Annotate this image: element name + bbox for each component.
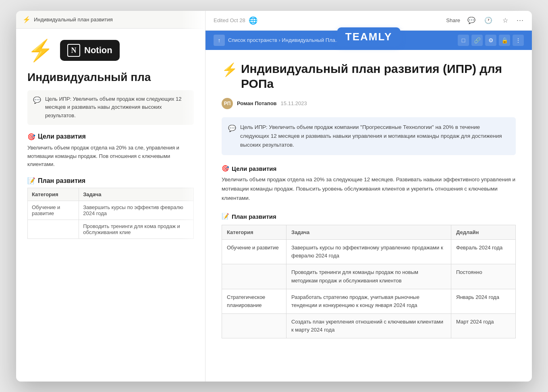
plan-table-cell: Январь 2024 года: [451, 289, 516, 313]
table-cell: [28, 220, 79, 239]
right-panel: Edited Oct 28 🌐 Share 💬 🕐 ☆ ··· ↑ Список…: [206, 11, 532, 382]
notion-label: Notion: [84, 45, 112, 56]
goals-icon-right: 🎯: [222, 165, 229, 172]
left-table-col1: Категория: [28, 188, 79, 201]
left-plan-heading: 📝 План развития: [27, 177, 194, 185]
plan-table-cell: Завершить курсы по эффективному управлен…: [286, 240, 451, 264]
teamly-nav-right: □ 🔗 ⚙ 🔒 ⋮: [458, 35, 524, 46]
plan-col1: Категория: [222, 225, 286, 240]
plan-icon-right: 📝: [222, 213, 229, 220]
table-row: Стратегическое планированиеРазработать с…: [222, 289, 516, 313]
left-plan-table: Категория Задача Обучение и развитиеЗаве…: [27, 188, 194, 239]
notion-badge: N Notion: [60, 40, 120, 61]
notion-n-icon: N: [67, 44, 80, 57]
dev-goals-text: Увеличить объем продаж отдела на 20% за …: [222, 175, 516, 203]
fullscreen-icon-btn[interactable]: □: [458, 35, 469, 46]
teamly-logo: TEAMLY: [345, 31, 392, 43]
plan-col3: Дедлайн: [451, 225, 516, 240]
dev-goals-heading: 🎯 Цели развития: [222, 165, 516, 172]
table-row: Обучение и развитиеЗавершить курсы по эф…: [222, 240, 516, 264]
plan-table-cell: [222, 313, 286, 338]
plan-col2: Задача: [286, 225, 451, 240]
plan-table: Категория Задача Дедлайн Обучение и разв…: [222, 225, 516, 338]
left-table-col2: Задача: [79, 188, 194, 201]
author-row: РП Роман Потапов 15.11.2023: [222, 98, 516, 109]
plan-table-cell: Постоянно: [451, 264, 516, 289]
history-icon-btn[interactable]: 🕐: [483, 15, 494, 26]
right-content: ⚡ Индивидуальный план развития (ИПР) для…: [206, 50, 532, 382]
page-title: Индивидуальный план развития (ИПР) для Р…: [241, 61, 516, 91]
author-date: 15.11.2023: [281, 100, 307, 106]
left-page-title: Индивидуальный пла: [27, 71, 194, 84]
plan-table-cell: [222, 264, 286, 289]
globe-icon: 🌐: [249, 16, 257, 25]
top-bar-actions: Share 💬 🕐 ☆ ···: [446, 15, 524, 26]
table-row: Проводить тренинги для команды продаж по…: [222, 264, 516, 289]
left-callout: 💬 Цель ИПР: Увеличить объем продаж ком с…: [27, 90, 194, 125]
back-button[interactable]: ↑: [214, 35, 225, 46]
top-bar-left: Edited Oct 28 🌐: [214, 16, 257, 25]
left-goals-text: Увеличить объем продаж отдела на 20% за …: [27, 144, 194, 169]
page-title-area: ⚡ Индивидуальный план развития (ИПР) для…: [222, 61, 516, 91]
plan-table-cell: Разработать стратегию продаж, учитывая р…: [286, 289, 451, 313]
link-icon-btn[interactable]: 🔗: [471, 35, 483, 46]
more-options-btn[interactable]: ···: [517, 16, 524, 25]
star-icon-btn[interactable]: ☆: [500, 15, 511, 26]
teamly-logo-bubble: TEAMLY: [337, 27, 401, 46]
lock-icon-btn[interactable]: 🔒: [499, 35, 510, 46]
table-row: Создать план укрепления отношений с ключ…: [222, 313, 516, 338]
edited-label: Edited Oct 28: [214, 17, 245, 23]
callout-text-right: Цель ИПР: Увеличить объем продаж компани…: [240, 123, 509, 150]
lightning-large-icon: ⚡: [27, 38, 54, 63]
table-cell: Обучение и развитие: [28, 201, 79, 220]
left-header: ⚡ Индивидуальный план развития: [16, 11, 205, 29]
plan-table-cell: Март 2024 года: [451, 313, 516, 338]
plan-icon-left: 📝: [27, 177, 35, 185]
goals-icon-left: 🎯: [27, 133, 35, 141]
callout-icon-left: 💬: [33, 95, 41, 120]
main-callout: 💬 Цель ИПР: Увеличить объем продаж компа…: [222, 117, 516, 156]
lightning-header-icon: ⚡: [23, 16, 31, 23]
plan-table-cell: Проводить тренинги для команды продаж по…: [286, 264, 451, 289]
breadcrumb: Список пространств › Индивидуальный Пла.…: [228, 37, 340, 43]
more-icon-btn[interactable]: ⋮: [513, 35, 524, 46]
settings-icon-btn[interactable]: ⚙: [485, 35, 496, 46]
table-cell: Завершить курсы по эффектив февралю 2024…: [79, 201, 194, 220]
teamly-bar: ↑ Список пространств › Индивидуальный Пл…: [206, 31, 532, 50]
plan-heading-right: 📝 План развития: [222, 213, 516, 220]
notion-logo-area: ⚡ N Notion: [27, 38, 194, 63]
author-avatar: РП: [222, 98, 233, 109]
table-cell: Проводить тренинги для кома продаж и обс…: [79, 220, 194, 239]
plan-table-cell: Стратегическое планирование: [222, 289, 286, 313]
comment-icon-btn[interactable]: 💬: [466, 15, 477, 26]
plan-table-cell: Обучение и развитие: [222, 240, 286, 264]
page-title-icon: ⚡: [222, 62, 238, 77]
plan-table-cell: Февраль 2024 года: [451, 240, 516, 264]
share-button[interactable]: Share: [446, 17, 460, 23]
left-callout-text: Цель ИПР: Увеличить объем продаж ком сле…: [45, 95, 188, 120]
teamly-nav-left: ↑ Список пространств › Индивидуальный Пл…: [214, 35, 340, 46]
callout-icon-right: 💬: [228, 123, 236, 150]
left-header-title: Индивидуальный план развития: [34, 17, 113, 23]
plan-table-cell: Создать план укрепления отношений с ключ…: [286, 313, 451, 338]
author-name: Роман Потапов: [237, 100, 277, 106]
left-goals-heading: 🎯 Цели развития: [27, 133, 194, 141]
left-panel: ⚡ Индивидуальный план развития ⚡ N Notio…: [16, 11, 206, 382]
